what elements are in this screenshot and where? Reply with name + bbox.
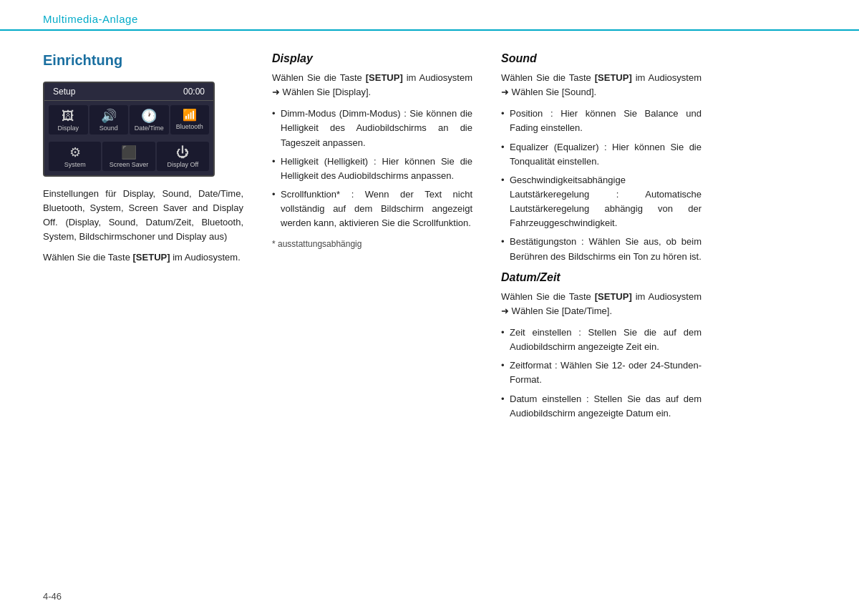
- list-item: Dimm-Modus (Dimm-Modus) : Sie können die…: [272, 107, 472, 150]
- setup-label: Setup: [53, 87, 75, 97]
- display-icon: 🖼: [62, 109, 74, 122]
- left-intro-text: Einstellungen für Display, Sound, Date/T…: [43, 187, 243, 245]
- setup-icon-bluetooth: 📶 Bluetooth: [170, 105, 210, 135]
- einrichtung-title: Einrichtung: [43, 52, 243, 69]
- list-item: Geschwindigkeitsabhängige Lautstärkerege…: [501, 173, 702, 231]
- list-item: Bestätigungston : Wählen Sie aus, ob bei…: [501, 235, 702, 263]
- datum-intro-text: Wählen Sie die Taste [SETUP] im Audiosys…: [501, 291, 702, 316]
- sound-intro: Wählen Sie die Taste [SETUP] im Audiosys…: [501, 71, 702, 99]
- screensaver-label: Screen Saver: [110, 161, 149, 168]
- sound-icon: 🔊: [101, 109, 117, 122]
- list-item: Position : Hier können Sie Balance und F…: [501, 107, 702, 135]
- list-item: Zeit einstellen : Stellen Sie die auf de…: [501, 326, 702, 354]
- setup-icon-sound: 🔊 Sound: [89, 105, 129, 135]
- datum-intro: Wählen Sie die Taste [SETUP] im Audiosys…: [501, 290, 702, 318]
- left-column: Einrichtung Setup 00:00 🖼 Display 🔊 Soun…: [43, 52, 243, 428]
- right-column: Sound Wählen Sie die Taste [SETUP] im Au…: [501, 52, 702, 428]
- setup-icon-screensaver: ⬛ Screen Saver: [102, 142, 155, 171]
- left-setup-instruction: Wählen Sie die Taste [SETUP] im Audiosys…: [43, 250, 243, 265]
- list-item: Zeitformat : Wählen Sie 12- oder 24-Stun…: [501, 358, 702, 387]
- setup-icon-display: 🖼 Display: [49, 105, 88, 135]
- setup-icon-displayoff: ⏻ Display Off: [157, 142, 209, 171]
- system-label: System: [64, 161, 86, 168]
- setup-topbar: Setup 00:00: [44, 83, 213, 101]
- datetime-icon: 🕐: [141, 109, 157, 122]
- list-item: Helligkeit (Helligkeit) : Hier können Si…: [272, 155, 472, 183]
- list-item: Scrollfunktion* : Wenn der Text nicht vo…: [272, 187, 472, 230]
- page-header: Multimedia-Anlage: [0, 0, 859, 31]
- system-icon: ⚙: [69, 146, 81, 159]
- display-intro-text: Wählen Sie die Taste [SETUP] im Audiosys…: [272, 72, 472, 97]
- display-intro: Wählen Sie die Taste [SETUP] im Audiosys…: [272, 71, 472, 99]
- datum-bullet-list: Zeit einstellen : Stellen Sie die auf de…: [501, 326, 702, 421]
- setup-time: 00:00: [183, 87, 205, 97]
- sound-heading: Sound: [501, 52, 702, 65]
- page-container: Multimedia-Anlage Einrichtung Setup 00:0…: [0, 0, 859, 616]
- setup-bottom-icons-grid: ⚙ System ⬛ Screen Saver ⏻ Display Off: [44, 139, 213, 175]
- screensaver-icon: ⬛: [121, 146, 137, 159]
- page-number: 4-46: [43, 591, 62, 602]
- bluetooth-label: Bluetooth: [176, 123, 203, 130]
- displayoff-icon: ⏻: [176, 146, 189, 159]
- display-bullet-list: Dimm-Modus (Dimm-Modus) : Sie können die…: [272, 107, 472, 230]
- sound-bullet-list: Position : Hier können Sie Balance und F…: [501, 107, 702, 263]
- main-content: Einrichtung Setup 00:00 🖼 Display 🔊 Soun…: [0, 31, 859, 428]
- setup-icon-datetime: 🕐 Date/Time: [130, 105, 169, 135]
- setup-icon-system: ⚙ System: [49, 142, 101, 171]
- datum-heading: Datum/Zeit: [501, 271, 702, 284]
- sound-label: Sound: [100, 124, 118, 132]
- middle-column: Display Wählen Sie die Taste [SETUP] im …: [272, 52, 472, 428]
- left-instruction-start: Wählen Sie die Taste: [43, 252, 130, 263]
- list-item: Datum einstellen : Stellen Sie das auf d…: [501, 392, 702, 421]
- page-header-title: Multimedia-Anlage: [43, 13, 138, 25]
- setup-screen-mockup: Setup 00:00 🖼 Display 🔊 Sound 🕐 Date/Tim…: [43, 82, 215, 177]
- datetime-label: Date/Time: [135, 124, 164, 132]
- displayoff-label: Display Off: [167, 161, 198, 168]
- bluetooth-icon: 📶: [183, 109, 197, 121]
- sound-intro-text: Wählen Sie die Taste [SETUP] im Audiosys…: [501, 72, 702, 97]
- list-item: Equalizer (Equalizer) : Hier können Sie …: [501, 140, 702, 169]
- display-label: Display: [57, 124, 79, 132]
- left-instruction-end: im Audiosystem.: [173, 252, 241, 263]
- display-footnote: * ausstattungsabhängig: [272, 238, 472, 250]
- setup-top-icons-grid: 🖼 Display 🔊 Sound 🕐 Date/Time 📶 Bluetoot…: [44, 101, 213, 139]
- display-heading: Display: [272, 52, 472, 65]
- left-intro-text-content: Einstellungen für Display, Sound, Date/T…: [43, 188, 243, 242]
- left-instruction-bold: [SETUP]: [133, 252, 170, 263]
